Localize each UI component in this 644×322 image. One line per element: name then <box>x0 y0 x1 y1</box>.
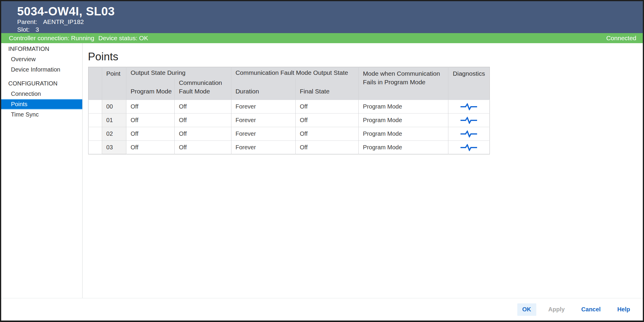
diagnostics-pulse-icon[interactable] <box>460 130 478 137</box>
comm-fault-mode-cell[interactable]: Off <box>175 127 231 141</box>
parent-value: AENTR_IP182 <box>43 18 84 25</box>
program-mode-cell[interactable]: Off <box>126 100 175 114</box>
sidebar-section-gap <box>1 75 82 78</box>
connected-badge: Connected <box>606 35 636 42</box>
main-panel: Points Point Output State During Communi… <box>83 43 643 298</box>
parent-label: Parent: <box>17 18 37 25</box>
comm-fault-mode-cell[interactable]: Off <box>175 100 231 114</box>
mode-when-comm-fails-cell[interactable]: Program Mode <box>359 100 448 114</box>
row-indicator[interactable] <box>88 141 102 154</box>
table-row-point-02: 02 Off Off Forever Off Program Mode <box>88 127 490 141</box>
final-state-cell[interactable]: Off <box>296 100 359 114</box>
comm-fault-mode-cell[interactable]: Off <box>175 114 231 127</box>
mode-when-comm-fails-cell[interactable]: Program Mode <box>359 127 448 141</box>
point-number-cell: 00 <box>102 100 126 114</box>
module-title: 5034-OW4I, SL03 <box>17 1 643 18</box>
duration-cell[interactable]: Forever <box>231 100 295 114</box>
program-mode-column-header: Program Mode <box>126 78 175 100</box>
diagnostics-pulse-icon[interactable] <box>460 103 478 110</box>
device-profile-window: 5034-OW4I, SL03 Parent: AENTR_IP182 Slot… <box>0 0 644 322</box>
device-status: Device status: OK <box>98 35 148 42</box>
final-state-cell[interactable]: Off <box>296 141 359 154</box>
point-column-header: Point <box>102 67 126 100</box>
program-mode-cell[interactable]: Off <box>126 127 175 141</box>
duration-cell[interactable]: Forever <box>231 127 295 141</box>
row-indicator[interactable] <box>88 100 102 114</box>
slot-value: 3 <box>36 26 39 33</box>
points-table-header: Point Output State During Communication … <box>88 67 490 100</box>
slot-line: Slot: 3 <box>17 26 643 33</box>
sidebar-item-device-information[interactable]: Device Information <box>1 64 82 75</box>
final-state-column-header: Final State <box>296 78 359 100</box>
dialog-footer: OK Apply Cancel Help <box>1 298 643 321</box>
mode-when-comm-fails-column-header: Mode when Communication Fails in Program… <box>359 67 448 100</box>
category-sidebar: INFORMATION Overview Device Information … <box>1 43 83 298</box>
point-number-cell: 02 <box>102 127 126 141</box>
table-row-point-03: 03 Off Off Forever Off Program Mode <box>88 141 490 154</box>
page-title: Points <box>88 50 643 63</box>
mode-when-comm-fails-cell[interactable]: Program Mode <box>359 141 448 154</box>
slot-label: Slot: <box>17 26 30 33</box>
duration-cell[interactable]: Forever <box>231 114 295 127</box>
mode-when-comm-fails-cell[interactable]: Program Mode <box>359 114 448 127</box>
diagnostics-pulse-icon[interactable] <box>460 117 478 124</box>
row-indicator[interactable] <box>88 127 102 141</box>
diagnostics-cell <box>448 127 490 141</box>
duration-column-header: Duration <box>231 78 295 100</box>
sidebar-item-points[interactable]: Points <box>1 99 82 109</box>
final-state-cell[interactable]: Off <box>296 114 359 127</box>
program-mode-cell[interactable]: Off <box>126 114 175 127</box>
group-header-comm-fault-output-state: Communication Fault Mode Output State <box>231 67 359 78</box>
duration-cell[interactable]: Forever <box>231 141 295 154</box>
cancel-button[interactable]: Cancel <box>577 303 605 316</box>
ok-button[interactable]: OK <box>517 303 536 316</box>
row-indicator[interactable] <box>88 114 102 127</box>
status-left-group: Controller connection: Running Device st… <box>9 35 148 42</box>
point-number-cell: 03 <box>102 141 126 154</box>
diagnostics-cell <box>448 100 490 114</box>
group-header-output-state-during: Output State During <box>126 67 231 78</box>
final-state-cell[interactable]: Off <box>296 127 359 141</box>
window-header: 5034-OW4I, SL03 Parent: AENTR_IP182 Slot… <box>1 1 643 33</box>
table-row-point-01: 01 Off Off Forever Off Program Mode <box>88 114 490 127</box>
comm-fault-mode-cell[interactable]: Off <box>175 141 231 154</box>
parent-line: Parent: AENTR_IP182 <box>17 18 643 25</box>
sidebar-item-time-sync[interactable]: Time Sync <box>1 109 82 120</box>
sidebar-item-connection[interactable]: Connection <box>1 89 82 99</box>
content-area: INFORMATION Overview Device Information … <box>1 43 643 298</box>
table-row-point-00: 00 Off Off Forever Off Program Mode <box>88 100 490 114</box>
point-number-cell: 01 <box>102 114 126 127</box>
diagnostics-cell <box>448 114 490 127</box>
corner-header-cell <box>88 67 102 100</box>
program-mode-cell[interactable]: Off <box>126 141 175 154</box>
connection-status-bar: Controller connection: Running Device st… <box>1 33 643 43</box>
diagnostics-pulse-icon[interactable] <box>460 144 478 151</box>
sidebar-section-information: INFORMATION <box>1 44 82 54</box>
sidebar-section-configuration: CONFIGURATION <box>1 78 82 89</box>
help-button[interactable]: Help <box>613 303 635 316</box>
diagnostics-column-header: Diagnostics <box>448 67 490 100</box>
sidebar-item-overview[interactable]: Overview <box>1 54 82 64</box>
points-table: Point Output State During Communication … <box>88 67 490 154</box>
comm-fault-mode-column-header: Communication Fault Mode <box>175 78 231 100</box>
diagnostics-cell <box>448 141 490 154</box>
apply-button[interactable]: Apply <box>544 303 569 316</box>
controller-connection-status: Controller connection: Running <box>9 35 94 42</box>
